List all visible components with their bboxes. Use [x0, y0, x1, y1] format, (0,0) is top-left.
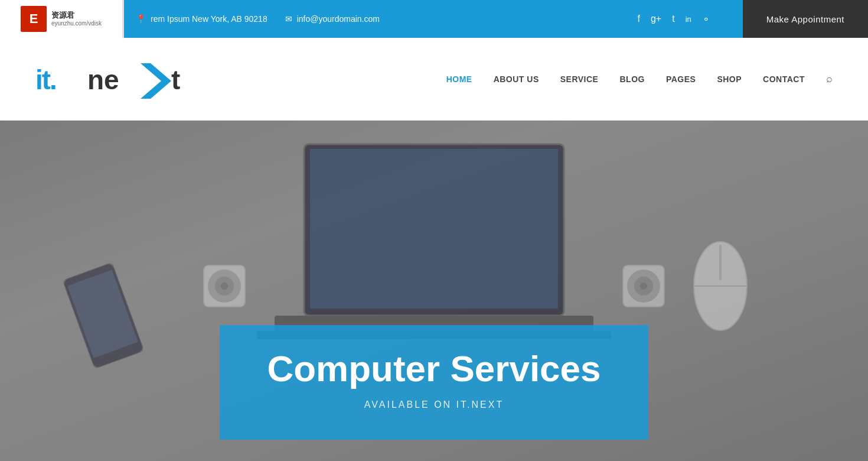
address-info: 📍 rem Ipsum New York, AB 90218 [136, 14, 267, 24]
search-icon[interactable]: ⌕ [826, 73, 833, 85]
nav-item-contact[interactable]: CONTACT [763, 74, 805, 85]
navigation-bar: it. ne t HOME ABOUT US SERVICE [0, 38, 868, 121]
email-icon: ✉ [285, 14, 292, 24]
nav-item-shop[interactable]: SHOP [717, 74, 742, 85]
site-logo: it. ne t [35, 59, 189, 100]
svg-text:t: t [171, 64, 180, 95]
nav-link-blog[interactable]: BLOG [619, 74, 644, 84]
facebook-icon[interactable]: f [637, 14, 639, 24]
hero-subtitle: Available On It.Next [267, 400, 601, 410]
main-nav: HOME ABOUT US SERVICE BLOG PAGES SHOP [446, 73, 833, 85]
nav-link-pages[interactable]: PAGES [666, 74, 696, 84]
email-info: ✉ info@yourdomain.com [285, 14, 380, 24]
brand-name-cn: 资源君 [51, 11, 102, 20]
make-appointment-button[interactable]: Make Appointment [743, 0, 868, 38]
nav-search[interactable]: ⌕ [826, 73, 833, 85]
nav-item-about[interactable]: ABOUT US [494, 74, 539, 85]
svg-marker-2 [141, 63, 171, 99]
nav-item-service[interactable]: SERVICE [560, 74, 599, 85]
google-plus-icon[interactable]: g+ [651, 14, 661, 24]
hero-section: Computer Services Available On It.Next [0, 121, 868, 461]
brand-url: eyunzhu.com/vdisk [51, 20, 102, 27]
nav-item-pages[interactable]: PAGES [666, 74, 696, 85]
nav-link-shop[interactable]: SHOP [717, 74, 742, 84]
nav-link-service[interactable]: SERVICE [560, 74, 599, 84]
svg-text:it.: it. [35, 64, 56, 95]
nav-item-home[interactable]: HOME [446, 74, 472, 85]
hero-text-box: Computer Services Available On It.Next [220, 325, 648, 440]
brand-watermark: E 资源君 eyunzhu.com/vdisk [0, 0, 124, 38]
hero-content: Computer Services Available On It.Next [0, 121, 868, 461]
twitter-icon[interactable]: t [672, 14, 674, 24]
brand-icon: E [21, 6, 47, 32]
linkedin-icon[interactable]: in [686, 15, 691, 24]
nav-link-about[interactable]: ABOUT US [494, 74, 539, 84]
logo-svg: it. ne t [35, 59, 189, 100]
nav-link-contact[interactable]: CONTACT [763, 74, 805, 84]
social-icons-group: f g+ t in ⚬ [637, 14, 733, 25]
instagram-icon[interactable]: ⚬ [702, 14, 710, 25]
svg-text:ne: ne [87, 64, 119, 95]
nav-item-blog[interactable]: BLOG [619, 74, 644, 85]
location-icon: 📍 [136, 14, 146, 24]
nav-links-list: HOME ABOUT US SERVICE BLOG PAGES SHOP [446, 73, 833, 85]
hero-title: Computer Services [267, 349, 601, 389]
nav-link-home[interactable]: HOME [446, 74, 472, 84]
